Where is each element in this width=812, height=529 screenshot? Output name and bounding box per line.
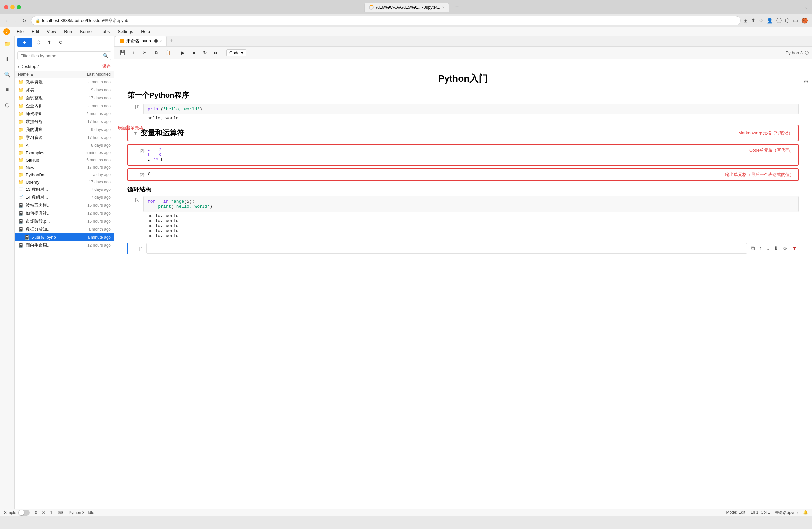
upload-button[interactable]: ⬡ [33, 38, 43, 47]
file-name: New [26, 165, 72, 170]
expand-icon[interactable]: ⌄ [804, 5, 808, 10]
tab-close-icon[interactable]: × [160, 39, 162, 43]
cell-input[interactable] [146, 243, 747, 253]
move-up-button[interactable]: ↑ [758, 245, 763, 252]
menu-file[interactable]: File [13, 28, 27, 35]
file-list-item[interactable]: 📁 教学资源 a month ago [15, 78, 114, 86]
file-list-item[interactable]: 📁 GitHub 6 months ago [15, 156, 114, 164]
minimize-button[interactable] [10, 5, 15, 9]
cell-type-dropdown[interactable]: Code ▾ [227, 49, 246, 56]
code-block-3[interactable]: for _ in range(5): print('hello, world') [143, 196, 799, 212]
file-icon: 📓 [18, 219, 24, 224]
bookmark-icon[interactable]: ☆ [758, 17, 763, 24]
basketball-icon[interactable]: 🏀 [801, 17, 808, 24]
file-list-item[interactable]: 📓 未命名.ipynb a minute ago [15, 233, 114, 241]
new-notebook-tab-button[interactable]: + [167, 36, 176, 46]
save-button[interactable]: 💾 [117, 48, 128, 57]
markdown-cell-variables[interactable]: ▼ 变量和运算符 Markdown单元格（写笔记） [128, 125, 799, 142]
collapse-icon[interactable]: ▼ [133, 131, 138, 136]
file-list-item[interactable]: 📓 数据分析知... a month ago [15, 225, 114, 233]
sidebar-icon-extensions[interactable]: ⬡ [2, 100, 13, 110]
header-name[interactable]: Name ▲ [18, 72, 74, 77]
code-block-1[interactable]: print('hello, world') [143, 104, 799, 115]
file-list-item[interactable]: 📁 All 8 days ago [15, 142, 114, 149]
file-list-item[interactable]: 📁 面试整理 17 days ago [15, 94, 114, 102]
cut-button[interactable]: ✂ [140, 48, 150, 57]
file-list-item[interactable]: 📁 师资培训 2 months ago [15, 110, 114, 118]
menu-tabs[interactable]: Tabs [97, 28, 113, 35]
download-cell-button[interactable]: ⬇ [772, 245, 780, 252]
reload-button[interactable]: ↻ [20, 17, 28, 24]
settings-icon[interactable]: ⚙ [803, 78, 809, 85]
save-link[interactable]: 保存 [102, 63, 111, 69]
file-list-item[interactable]: 📁 PythonDat... a day ago [15, 171, 114, 178]
file-icon: 📁 [18, 179, 24, 185]
address-bar[interactable]: 🔒 localhost:8888/lab/tree/Desktop/未命名.ip… [31, 16, 741, 25]
file-list-item[interactable]: 📓 如何提升社... 12 hours ago [15, 209, 114, 217]
file-path: / Desktop / 保存 [15, 62, 114, 71]
file-modified: 6 months ago [74, 158, 111, 162]
menu-kernel[interactable]: Kernel [77, 28, 96, 35]
move-down-button[interactable]: ↓ [765, 245, 770, 252]
share-icon[interactable]: ⬆ [751, 17, 755, 24]
sidebar-icon-upload[interactable]: ⬆ [2, 54, 13, 64]
run-button[interactable]: ▶ [178, 48, 188, 57]
notebook-tab-active[interactable]: 未命名.ipynb × [115, 36, 166, 46]
stop-button[interactable]: ■ [189, 48, 199, 57]
profile-icon[interactable]: 👤 [767, 17, 773, 24]
menu-settings[interactable]: Settings [114, 28, 136, 35]
copy-button[interactable]: ⧉ [151, 48, 161, 57]
active-cell[interactable]: [ ]: ⧉ ↑ ↓ ⬇ ⚙ 🗑 [128, 243, 799, 253]
file-list-item[interactable]: 📄 13.数组对... 7 days ago [15, 186, 114, 193]
menu-help[interactable]: Help [138, 28, 154, 35]
code-cell-2-box[interactable]: [2]: a = 2 b = 3 a ** b Code单元格（写代码） [128, 144, 799, 166]
menu-view[interactable]: View [43, 28, 59, 35]
restart-button[interactable]: ↻ [200, 48, 210, 57]
paste-button[interactable]: 📋 [163, 48, 173, 57]
forward-button[interactable]: › [12, 17, 18, 24]
search-input[interactable] [20, 54, 101, 58]
new-folder-button[interactable]: ⬆ [44, 38, 55, 47]
add-cell-button[interactable]: + [129, 48, 139, 57]
insert-button[interactable]: ⚙ [781, 245, 789, 252]
refresh-button[interactable]: ↻ [56, 38, 66, 47]
file-list-item[interactable]: 📓 面向生命周... 12 hours ago [15, 241, 114, 249]
file-list-item[interactable]: 📁 数据分析 17 hours ago [15, 118, 114, 126]
notification-icon[interactable]: 🔔 [803, 510, 808, 516]
file-icon: 📁 [18, 79, 24, 85]
copy-cell-button[interactable]: ⧉ [750, 245, 756, 252]
menu-edit[interactable]: Edit [28, 28, 42, 35]
sidebar-icon-search[interactable]: 🔍 [2, 69, 13, 80]
file-name: Examples [26, 150, 72, 155]
menu-run[interactable]: Run [61, 28, 75, 35]
file-list-item[interactable]: 📁 New 17 hours ago [15, 164, 114, 171]
file-search[interactable]: 🔍 [17, 52, 111, 60]
translate-icon[interactable]: ⊞ [743, 17, 748, 24]
file-list-item[interactable]: 📁 骆昊 9 days ago [15, 86, 114, 94]
file-list-item[interactable]: 📁 Examples 5 minutes ago [15, 149, 114, 156]
new-tab-button[interactable]: + [453, 3, 461, 11]
tab-close-icon[interactable]: × [442, 5, 444, 9]
account-icon[interactable]: ⓘ [777, 17, 782, 24]
file-list-item[interactable]: 📄 14.数组对... 7 days ago [15, 193, 114, 202]
file-list-item[interactable]: 📁 Udemy 17 days ago [15, 178, 114, 186]
fullscreen-button[interactable] [17, 5, 21, 9]
file-list-item[interactable]: 📁 我的讲座 9 days ago [15, 126, 114, 134]
split-icon[interactable]: ▭ [793, 17, 798, 24]
file-list-item[interactable]: 📓 市场阶段.p... 16 hours ago [15, 217, 114, 225]
cursor-position: Ln 1, Col 1 [751, 510, 770, 516]
file-list-item[interactable]: 📁 企业内训 a month ago [15, 102, 114, 110]
sidebar-icon-files[interactable]: 📁 [2, 39, 13, 49]
extensions-icon[interactable]: ⬡ [785, 17, 790, 24]
close-button[interactable] [4, 5, 8, 9]
sidebar-icon-commands[interactable]: ≡ [2, 84, 13, 95]
browser-tab-active[interactable]: %E6%9C%AA%E5%91...- Jupyter... × [364, 3, 449, 12]
delete-cell-button[interactable]: 🗑 [791, 245, 799, 252]
browser-nav: ‹ › ↻ 🔒 localhost:8888/lab/tree/Desktop/… [0, 14, 812, 27]
file-list-item[interactable]: 📓 波特五力模... 16 hours ago [15, 202, 114, 209]
back-button[interactable]: ‹ [4, 17, 10, 24]
file-list-item[interactable]: 📁 学习资源 17 hours ago [15, 134, 114, 142]
new-file-button[interactable]: + [17, 38, 32, 47]
simple-toggle[interactable] [18, 510, 30, 516]
restart-run-button[interactable]: ⏭ [212, 48, 221, 57]
